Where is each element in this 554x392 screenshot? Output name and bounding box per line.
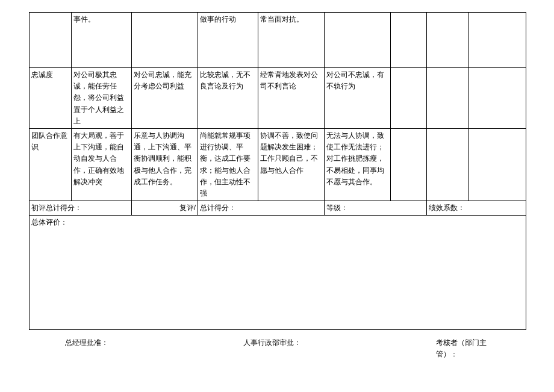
overall-eval-row: 总体评价：: [30, 216, 526, 330]
signatures: 总经理批准： 人事行政部审批： 考核者（部门主 管）：: [29, 337, 523, 360]
score-row: 初评总计得分： 复评/ 总计得分： 等级： 绩效系数：: [30, 201, 526, 216]
cell: 对公司不忠诚，有不轨行为: [325, 68, 391, 129]
cell: [30, 13, 72, 68]
evaluation-table: 事件。 做事的行动 常当面对抗。 忠诚度 对公司极其忠诚，能任劳任怨，将公司利益…: [29, 12, 526, 330]
cell: [427, 128, 469, 201]
cell: [325, 13, 391, 68]
cell: [391, 68, 427, 129]
table-row: 忠诚度 对公司极其忠诚，能任劳任怨，将公司利益置于个人利益之上 对公司忠诚，能充…: [30, 68, 526, 129]
cell: [391, 13, 427, 68]
cell: [132, 13, 198, 68]
cell: 常当面对抗。: [258, 13, 325, 68]
cell: 协调不善，致使问题解决发生困难；工作只顾自己，不愿与他人合作: [258, 128, 325, 201]
score-total: 总计得分：: [198, 201, 325, 216]
cell: [469, 68, 526, 129]
cell: 对公司忠诚，能充分考虑公司利益: [132, 68, 198, 129]
cell: [427, 68, 469, 129]
table-row: 团队合作意识 有大局观，善于上下沟通，能自动自发与人合作，正确有效地解决冲突 乐…: [30, 128, 526, 201]
overall-eval: 总体评价：: [30, 216, 526, 330]
sig-assessor-l2: 管）：: [436, 350, 458, 358]
sig-gm: 总经理批准：: [65, 337, 108, 360]
table-row: 事件。 做事的行动 常当面对抗。: [30, 13, 526, 68]
sig-assessor: 考核者（部门主 管）：: [436, 337, 487, 360]
cell: 事件。: [72, 13, 132, 68]
cell: [391, 128, 427, 201]
cell: 无法与人协调，致使工作无法进行；对工作挑肥拣瘦，不易相处，同事均不愿与其合作。: [325, 128, 391, 201]
cell: [469, 128, 526, 201]
sig-assessor-l1: 考核者（部门主: [436, 338, 487, 347]
cell: 做事的行动: [198, 13, 258, 68]
cell: 尚能就常规事项进行协调、平衡，达成工作要求；能与他人合作，但主动性不强: [198, 128, 258, 201]
cell: 比较忠诚，无不良言论及行为: [198, 68, 258, 129]
score-grade: 等级：: [325, 201, 427, 216]
score-review: 复评/: [132, 201, 198, 216]
cell: 对公司极其忠诚，能任劳任怨，将公司利益置于个人利益之上: [72, 68, 132, 129]
cell: [469, 13, 526, 68]
row-label: 团队合作意识: [30, 128, 72, 201]
cell: 经常背地发表对公司不利言论: [258, 68, 325, 129]
cell: [427, 13, 469, 68]
row-label: 忠诚度: [30, 68, 72, 129]
score-coef: 绩效系数：: [427, 201, 526, 216]
cell: 乐意与人协调沟通，上下沟通、平衡协调顺利，能积极与他人合作，完成工作任务。: [132, 128, 198, 201]
sig-hr: 人事行政部审批：: [243, 337, 301, 360]
cell: 有大局观，善于上下沟通，能自动自发与人合作，正确有效地解决冲突: [72, 128, 132, 201]
score-initial: 初评总计得分：: [30, 201, 132, 216]
